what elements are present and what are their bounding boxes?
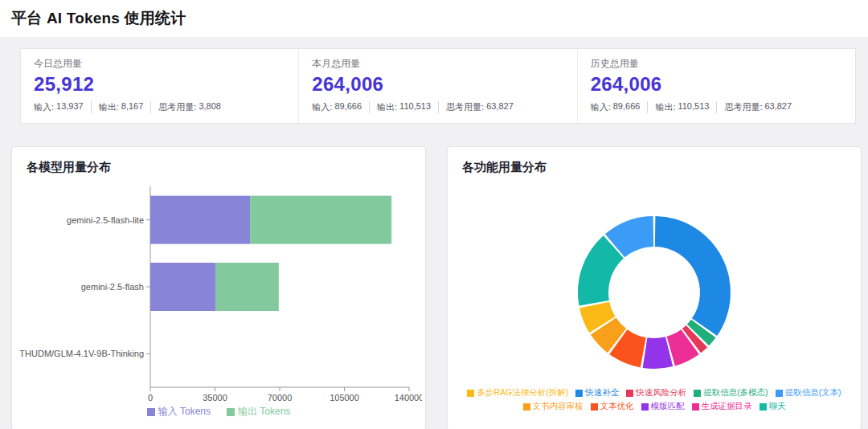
detail-value: 63,827 <box>764 101 792 113</box>
legend-swatch <box>776 390 783 397</box>
legend-label: 提取信息(多模态) <box>703 387 768 398</box>
x-tick-label: 0 <box>148 393 153 402</box>
stat-detail-input: 输入: 13,937 <box>34 101 84 113</box>
legend-swatch <box>467 390 474 397</box>
detail-label: 思考用量: <box>724 101 762 113</box>
x-tick-label: 105000 <box>330 393 359 402</box>
legend-label: 聊天 <box>769 401 786 412</box>
detail-label: 思考用量: <box>158 101 196 113</box>
detail-label: 输入: <box>312 101 332 113</box>
x-tick-label: 70000 <box>268 393 293 402</box>
legend-label: 多步RAG法律分析(拆解) <box>477 387 568 398</box>
legend-swatch <box>575 390 583 397</box>
model-legend-item-1[interactable]: 输出 Tokens <box>227 405 290 419</box>
x-tick-label: 140000 <box>395 393 422 402</box>
page-title: 平台 AI Tokens 使用统计 <box>11 8 186 29</box>
y-category-label: gemini-2.5-flash <box>81 282 144 292</box>
function-legend-item-0-0[interactable]: 多步RAG法律分析(拆解) <box>467 387 568 398</box>
stat-detail-thinking: 思考用量: 63,827 <box>438 101 514 113</box>
stat-detail-thinking: 思考用量: 3,808 <box>150 101 221 113</box>
model-usage-title: 各模型用量分布 <box>12 147 425 175</box>
legend-swatch <box>692 403 699 411</box>
function-usage-legend: 多步RAG法律分析(拆解)快速补全快速风险分析提取信息(多模态)提取信息(文本)… <box>448 387 861 412</box>
detail-value: 110,513 <box>399 101 431 113</box>
stat-detail-output: 输出: 110,513 <box>369 101 431 113</box>
stat-value: 264,006 <box>591 73 842 96</box>
legend-row-2: 文书内容审核文本优化模版匹配生成证据目录聊天 <box>448 401 861 412</box>
model-usage-chart: 03500070000105000140000gemini-2.5-flash-… <box>15 180 422 405</box>
legend-swatch <box>694 390 701 397</box>
function-legend-item-1-4[interactable]: 聊天 <box>760 401 786 412</box>
detail-label: 输入: <box>34 101 54 113</box>
function-usage-card: 各功能用量分布 多步RAG法律分析(拆解)快速补全快速风险分析提取信息(多模态)… <box>447 146 862 429</box>
detail-label: 输入: <box>591 101 611 113</box>
bar-segment-s0-c1 <box>150 263 216 311</box>
legend-swatch <box>626 390 633 397</box>
detail-value: 13,937 <box>56 101 84 113</box>
legend-label: 生成证据目录 <box>702 401 752 412</box>
legend-label: 输入 Tokens <box>158 405 211 419</box>
detail-value: 110,513 <box>678 101 709 113</box>
model-legend-item-0[interactable]: 输入 Tokens <box>147 405 211 419</box>
legend-label: 文书内容审核 <box>533 401 583 412</box>
page-header: 平台 AI Tokens 使用统计 <box>0 0 868 37</box>
legend-swatch <box>227 408 235 416</box>
bar-segment-s1-c0 <box>250 196 391 244</box>
legend-swatch <box>523 403 530 411</box>
stat-detail-input: 输入: 89,666 <box>312 101 362 113</box>
legend-label: 文本优化 <box>600 401 634 412</box>
detail-label: 思考用量: <box>446 101 484 113</box>
stat-label: 今日总用量 <box>34 57 285 71</box>
function-legend-item-0-1[interactable]: 快速补全 <box>575 387 619 398</box>
legend-label: 模版匹配 <box>651 401 685 412</box>
function-legend-item-0-2[interactable]: 快速风险分析 <box>626 387 686 398</box>
y-category-label: gemini-2.5-flash-lite <box>67 215 144 225</box>
model-usage-card: 各模型用量分布 03500070000105000140000gemini-2.… <box>11 146 426 429</box>
function-legend-item-1-1[interactable]: 文本优化 <box>591 401 634 412</box>
bar-segment-s0-c0 <box>150 196 250 244</box>
detail-label: 输出: <box>377 101 397 113</box>
detail-value: 3,808 <box>199 101 221 113</box>
stat-label: 历史总用量 <box>591 57 842 71</box>
stat-detail-input: 输入: 89,666 <box>591 101 641 113</box>
stat-details: 输入: 89,666 输出: 110,513 思考用量: 63,827 <box>591 101 842 113</box>
model-usage-legend: 输入 Tokens输出 Tokens <box>12 405 425 419</box>
function-legend-item-0-4[interactable]: 提取信息(文本) <box>776 387 841 398</box>
detail-value: 8,167 <box>121 101 144 113</box>
legend-swatch <box>147 408 155 416</box>
legend-label: 输出 Tokens <box>238 405 290 419</box>
charts-row: 各模型用量分布 03500070000105000140000gemini-2.… <box>11 146 862 429</box>
legend-label: 提取信息(文本) <box>785 387 841 398</box>
function-legend-item-0-3[interactable]: 提取信息(多模态) <box>694 387 768 398</box>
stat-value: 264,006 <box>312 73 563 96</box>
stat-card-month: 本月总用量 264,006 输入: 89,666 输出: 110,513 思考用… <box>298 49 576 123</box>
y-category-label: THUDM/GLM-4.1V-9B-Thinking <box>19 349 144 358</box>
legend-swatch <box>641 403 649 411</box>
x-tick-label: 35000 <box>203 393 227 402</box>
function-legend-item-1-3[interactable]: 生成证据目录 <box>692 401 752 412</box>
function-legend-item-1-0[interactable]: 文书内容审核 <box>523 401 583 412</box>
detail-label: 输出: <box>99 101 119 113</box>
donut-slice-0 <box>655 216 731 336</box>
legend-label: 快速补全 <box>585 387 619 398</box>
stat-details: 输入: 13,937 输出: 8,167 思考用量: 3,808 <box>34 101 285 113</box>
stat-detail-output: 输出: 110,513 <box>647 101 709 113</box>
tokens-dashboard: 平台 AI Tokens 使用统计 今日总用量 25,912 输入: 13,93… <box>0 0 868 429</box>
legend-swatch <box>760 403 767 411</box>
stat-value: 25,912 <box>34 73 285 96</box>
function-usage-donut <box>451 180 858 382</box>
stat-detail-output: 输出: 8,167 <box>91 101 144 113</box>
legend-swatch <box>591 403 598 411</box>
detail-value: 89,666 <box>334 101 362 113</box>
bar-segment-s1-c1 <box>216 263 279 311</box>
stat-detail-thinking: 思考用量: 63,827 <box>716 101 792 113</box>
function-legend-item-1-2[interactable]: 模版匹配 <box>641 401 685 412</box>
function-usage-title: 各功能用量分布 <box>448 147 861 175</box>
stat-label: 本月总用量 <box>312 57 563 71</box>
stat-card-history: 历史总用量 264,006 输入: 89,666 输出: 110,513 思考用… <box>577 49 855 123</box>
legend-row-1: 多步RAG法律分析(拆解)快速补全快速风险分析提取信息(多模态)提取信息(文本) <box>448 387 861 398</box>
detail-label: 输出: <box>655 101 675 113</box>
stats-summary-card: 今日总用量 25,912 输入: 13,937 输出: 8,167 思考用量: … <box>20 48 856 124</box>
legend-label: 快速风险分析 <box>636 387 686 398</box>
stat-card-today: 今日总用量 25,912 输入: 13,937 输出: 8,167 思考用量: … <box>21 49 298 123</box>
